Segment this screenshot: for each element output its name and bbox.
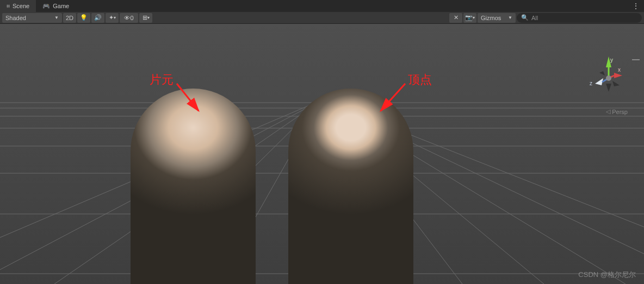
chevron-down-icon: ▾ bbox=[473, 15, 475, 20]
search-placeholder: All bbox=[531, 15, 538, 21]
hidden-count: 0 bbox=[130, 15, 133, 21]
lighting-toggle[interactable]: 💡 bbox=[77, 13, 90, 23]
search-icon: 🔍 bbox=[521, 14, 529, 21]
scene-viewport[interactable]: 片元 顶点 y x z ◁ Persp CSDN @格尔尼尔 bbox=[0, 24, 644, 284]
arrow-icon bbox=[174, 81, 218, 119]
svg-point-31 bbox=[606, 75, 611, 81]
view-2d-button[interactable]: 2D bbox=[63, 13, 76, 23]
perspective-icon: ◁ bbox=[606, 108, 610, 115]
annotation-label: 片元 bbox=[150, 73, 174, 86]
scene-toolbar: Shaded ▼ 2D 💡 🔊 ✦ ▾ 👁 0 ⊞ ▾ ✕ 📷 ▾ Gizmos… bbox=[0, 12, 644, 24]
svg-marker-29 bbox=[612, 81, 620, 86]
lightbulb-icon: 💡 bbox=[80, 14, 88, 21]
svg-marker-30 bbox=[599, 71, 605, 75]
scene-icon: ⌗ bbox=[7, 3, 10, 10]
shading-mode-dropdown[interactable]: Shaded ▼ bbox=[2, 13, 62, 23]
orientation-gizmo[interactable]: y x z bbox=[584, 54, 633, 103]
axis-x-label: x bbox=[618, 67, 621, 73]
audio-toggle[interactable]: 🔊 bbox=[91, 13, 104, 23]
svg-line-21 bbox=[381, 84, 405, 111]
perspective-text: Persp bbox=[612, 109, 628, 115]
camera-dropdown[interactable]: 📷 ▾ bbox=[463, 13, 476, 23]
collapse-handle[interactable] bbox=[632, 59, 640, 60]
gizmos-dropdown[interactable]: Gizmos ▼ bbox=[478, 13, 516, 23]
tab-game[interactable]: 🎮 Game bbox=[36, 0, 76, 12]
tools-icon: ✕ bbox=[454, 14, 459, 21]
effects-icon: ✦ bbox=[109, 14, 114, 21]
chevron-down-icon: ▾ bbox=[147, 15, 150, 20]
tab-bar: ⌗ Scene 🎮 Game ⋮ bbox=[0, 0, 644, 12]
chevron-down-icon: ▾ bbox=[114, 15, 116, 20]
tools-button[interactable]: ✕ bbox=[449, 13, 462, 23]
tab-scene[interactable]: ⌗ Scene bbox=[0, 0, 36, 12]
hidden-objects-toggle[interactable]: 👁 0 bbox=[120, 13, 138, 23]
game-icon: 🎮 bbox=[42, 3, 50, 10]
gizmos-label: Gizmos bbox=[481, 15, 501, 21]
grid-dropdown[interactable]: ⊞ ▾ bbox=[139, 13, 152, 23]
tab-menu-button[interactable]: ⋮ bbox=[632, 2, 640, 10]
view-2d-label: 2D bbox=[66, 15, 73, 21]
eye-slash-icon: 👁 bbox=[124, 15, 130, 21]
search-input[interactable]: 🔍 All bbox=[517, 13, 642, 23]
grid-icon: ⊞ bbox=[143, 14, 147, 21]
svg-line-20 bbox=[177, 84, 199, 111]
chevron-down-icon: ▼ bbox=[54, 15, 59, 20]
axis-z-label: z bbox=[590, 80, 592, 86]
arrow-icon bbox=[375, 81, 419, 119]
axis-y-label: y bbox=[610, 57, 613, 63]
camera-icon: 📷 bbox=[465, 14, 473, 21]
svg-marker-28 bbox=[606, 84, 611, 92]
tab-label: Game bbox=[53, 3, 69, 9]
chevron-down-icon: ▼ bbox=[508, 15, 512, 20]
watermark: CSDN @格尔尼尔 bbox=[578, 270, 636, 280]
tab-label: Scene bbox=[13, 3, 29, 9]
perspective-label[interactable]: ◁ Persp bbox=[606, 108, 628, 115]
shading-mode-label: Shaded bbox=[5, 15, 26, 21]
svg-marker-24 bbox=[614, 73, 622, 78]
annotation-fragment: 片元 bbox=[150, 72, 174, 88]
effects-dropdown[interactable]: ✦ ▾ bbox=[106, 13, 119, 23]
speaker-icon: 🔊 bbox=[94, 14, 102, 21]
